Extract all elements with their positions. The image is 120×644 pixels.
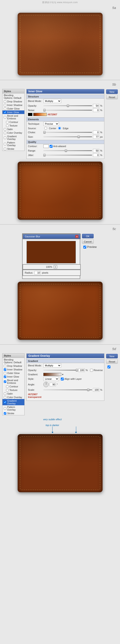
texture-item[interactable]: Texture <box>2 124 24 128</box>
range-slider[interactable] <box>43 150 92 151</box>
inner-glow-5d[interactable]: Inner Glow <box>2 375 24 378</box>
styles-panel-5b: Styles Blending Options: Default Drop Sh… <box>2 89 24 151</box>
gaussian-close-button[interactable]: ✕ <box>75 235 78 238</box>
bevel-emboss-item[interactable]: Bevel and Emboss <box>2 114 24 120</box>
angle-value[interactable] <box>50 383 56 386</box>
blending-options-header[interactable]: Blending Options: Default <box>2 94 24 100</box>
bevel-emboss-5d[interactable]: Bevel and Emboss <box>2 378 24 385</box>
structure-header: Structure <box>26 94 104 98</box>
source-edge-radio[interactable] <box>58 127 61 130</box>
inner-glow-item[interactable]: Inner Glow <box>2 110 24 114</box>
annotation-block-5d: very subtle effect top is darker <box>0 417 120 433</box>
source-label: Source: <box>28 127 42 130</box>
gaussian-cancel-button[interactable]: Cancel <box>82 239 94 244</box>
gradient-opacity-label: Opacity: <box>28 369 42 372</box>
contour-row: Contour: Anti-aliased <box>26 144 104 148</box>
reset-button-5d[interactable]: Reset <box>106 359 118 364</box>
gradient-opacity-value[interactable] <box>78 368 85 372</box>
scale-value[interactable] <box>93 388 99 392</box>
styles-panel-5d: Styles Blending Options: Default Drop Sh… <box>2 354 24 415</box>
range-label: Range: <box>28 149 42 152</box>
blend-mode-select[interactable]: Multiply <box>43 99 61 103</box>
size-label: Size: <box>28 136 42 138</box>
dialog-buttons-5d: New Reset <box>106 354 118 369</box>
size-slider[interactable] <box>43 136 92 137</box>
jitter-slider[interactable] <box>43 155 92 156</box>
opacity-value[interactable] <box>93 104 99 108</box>
contour-label: Contour: <box>28 145 42 148</box>
outer-glow-5d[interactable]: Outer Glow <box>2 371 24 375</box>
jitter-value[interactable] <box>93 153 99 157</box>
choke-label: Choke: <box>28 131 42 134</box>
zoom-label: 100% <box>46 266 52 268</box>
angle-dial[interactable] <box>43 382 49 387</box>
gradient-overlay-dialog: Gradient Overlay Gradient Blend Mode: Mu… <box>26 354 104 401</box>
color-overlay-item[interactable]: Color Overlay <box>2 131 24 134</box>
gaussian-title: Gaussian Blur <box>25 235 40 238</box>
gradient-swatch[interactable] <box>43 373 61 376</box>
gradient-opacity-row: Opacity: % Reverse <box>26 368 104 372</box>
stroke-item[interactable]: Stroke <box>2 147 24 151</box>
reset-button[interactable]: Reset <box>106 95 118 99</box>
gradient-color-annotation: #672907 <box>28 393 38 396</box>
zoom-in-button[interactable]: + <box>54 265 57 269</box>
gradient-preview-swatch[interactable] <box>33 113 47 116</box>
satin-5d[interactable]: Satin <box>2 392 24 396</box>
blend-mode-row: Blend Mode: Multiply <box>26 98 104 104</box>
scale-slider[interactable] <box>43 390 92 390</box>
radius-value-input[interactable] <box>34 271 41 274</box>
contour-item[interactable]: Contour <box>2 120 24 124</box>
opacity-label: Opacity: <box>28 104 42 107</box>
blending-options-5d[interactable]: Blending Options: Default <box>2 358 24 364</box>
inner-shadow-5d[interactable]: Inner Shadow <box>2 368 24 371</box>
color-overlay-5d[interactable]: Color Overlay <box>2 396 24 399</box>
drop-shadow-item[interactable]: Drop Shadow <box>2 100 24 103</box>
gaussian-blur-dialog: Gaussian Blur ✕ 100% + Radius: pixels <box>22 233 80 279</box>
anti-aliased-check: Anti-aliased <box>50 145 66 148</box>
outer-glow-item[interactable]: Outer Glow <box>2 107 24 110</box>
pattern-overlay-5d[interactable]: Pattern Overlay <box>2 405 24 412</box>
pattern-overlay-item[interactable]: Pattern Overlay <box>2 141 24 147</box>
leather-card-5a <box>18 13 102 75</box>
new-button[interactable]: New <box>106 90 118 94</box>
satin-item[interactable]: Satin <box>2 128 24 131</box>
scale-label: Scale: <box>28 388 42 391</box>
watermark: 图课设计论坛 www.missyum.com <box>0 0 120 4</box>
gaussian-ok-button[interactable]: OK <box>82 234 94 238</box>
section-5d-dialogs: Styles Blending Options: Default Drop Sh… <box>0 352 120 417</box>
contour-5d[interactable]: Contour <box>2 385 24 388</box>
source-center-radio[interactable] <box>44 127 47 130</box>
gradient-arrow: ▾ <box>62 373 64 376</box>
source-row: Source: Center Edge <box>26 126 104 130</box>
gaussian-preview-checkbox: Preview <box>82 245 98 249</box>
gradient-blend-select[interactable]: Multiply <box>43 364 61 368</box>
jitter-unit: % <box>100 154 103 156</box>
style-select[interactable]: Linear <box>43 377 59 381</box>
gradient-overlay-5d[interactable]: Gradient Overlay <box>2 399 24 405</box>
drop-shadow-5d[interactable]: Drop Shadow <box>2 364 24 368</box>
stroke-5d[interactable]: Stroke <box>2 412 24 415</box>
noise-value[interactable] <box>93 108 99 112</box>
contour-swatch[interactable] <box>43 144 49 148</box>
black-swatch[interactable] <box>28 113 32 116</box>
inner-shadow-item[interactable]: Inner Shadow <box>2 103 24 107</box>
new-button-5d[interactable]: New <box>106 354 118 358</box>
range-row: Range: % <box>26 148 104 153</box>
texture-5d[interactable]: Texture <box>2 388 24 392</box>
gradient-opacity-slider[interactable] <box>43 370 78 370</box>
choke-value[interactable] <box>93 130 99 134</box>
section-5b-label: 5b <box>0 81 120 87</box>
choke-slider[interactable] <box>43 132 92 133</box>
color-hex-annotation: #672907 <box>48 113 57 116</box>
size-value[interactable] <box>93 135 99 138</box>
gradient-label2: Gradient: <box>28 373 42 376</box>
opacity-slider[interactable] <box>43 105 92 106</box>
range-value[interactable] <box>93 149 99 152</box>
noise-slider[interactable] <box>43 110 92 111</box>
gaussian-radius-slider-row <box>22 276 80 278</box>
gradient-overlay-item[interactable]: Gradient Overlay <box>2 134 24 141</box>
section-5b-dialogs: Styles Blending Options: Default Drop Sh… <box>0 87 120 161</box>
transparent-annotation: transparent <box>28 396 42 398</box>
choke-row: Choke: % <box>26 130 104 134</box>
technique-select[interactable]: Precise <box>43 122 59 126</box>
